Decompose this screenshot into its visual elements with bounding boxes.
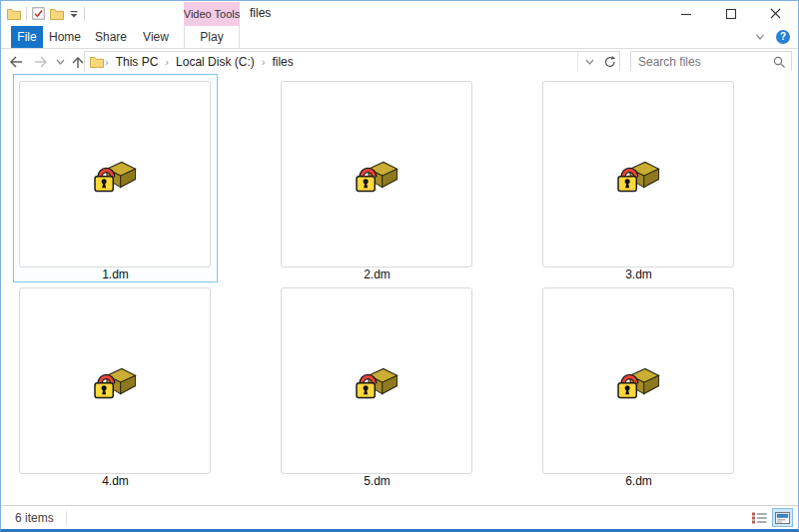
toolbar-separator [84,7,85,21]
file-thumbnail [281,287,472,474]
history-chevron-icon[interactable] [53,53,67,71]
address-row: › This PC › Local Disk (C:) › files [1,51,798,73]
file-tile[interactable]: 1.dm [13,74,218,282]
file-name: 6.dm [537,474,740,489]
explorer-folder-icon [7,8,21,20]
file-name: 4.dm [14,474,217,489]
quick-access-toolbar [7,1,85,26]
drm-lock-file-icon [614,155,662,195]
file-tile[interactable]: 6.dm [536,280,741,489]
file-thumbnail [542,287,734,474]
new-folder-icon[interactable] [50,8,64,20]
properties-check-icon[interactable] [32,7,45,20]
file-thumbnail [281,81,472,267]
search-box [630,51,792,72]
drm-lock-file-icon [614,361,662,401]
help-icon[interactable]: ? [776,30,790,44]
drm-lock-file-icon [91,155,139,195]
customize-caret-icon[interactable] [69,9,79,19]
minimize-button[interactable] [663,1,708,26]
search-input[interactable] [631,52,791,71]
close-button[interactable] [753,1,798,26]
tab-home[interactable]: Home [45,26,85,48]
address-bar[interactable]: › This PC › Local Disk (C:) › files [84,51,601,72]
drm-lock-file-icon [91,361,139,401]
tab-file[interactable]: File [11,26,43,48]
file-list-area: 1.dm 2.dm 3.dm 4.dm 5.dm [1,71,798,502]
search-icon[interactable] [772,55,786,69]
details-view-icon [752,512,767,524]
drm-lock-file-icon [353,361,400,401]
tab-play[interactable]: Play [200,30,223,44]
address-folder-icon [85,56,104,68]
status-separator [66,511,67,525]
item-count: 6 items [15,511,54,525]
back-arrow-icon[interactable] [7,53,25,71]
file-tile[interactable]: 4.dm [13,280,218,489]
thumbnail-view-button[interactable] [772,508,793,527]
status-bar: 6 items [1,505,798,529]
toolbar-separator [26,7,27,21]
close-icon [769,7,782,20]
file-tile[interactable]: 2.dm [275,74,479,282]
refresh-button[interactable] [600,51,620,72]
file-thumbnail [19,287,211,474]
breadcrumb-files[interactable]: files [266,55,299,69]
maximize-button[interactable] [708,1,753,26]
tab-share[interactable]: Share [91,26,131,48]
maximize-icon [725,8,737,20]
breadcrumb-local-disk[interactable]: Local Disk (C:) [170,55,261,69]
file-tile[interactable]: 5.dm [275,280,479,489]
tab-view[interactable]: View [137,26,175,48]
ribbon-collapse-icon[interactable] [754,32,766,42]
refresh-icon [603,55,616,68]
ribbon-tab-row: File Home Share View Play ? [1,26,798,49]
file-thumbnail [542,81,734,267]
details-view-button[interactable] [749,508,770,527]
file-thumbnail [19,81,211,267]
contextual-tab-header: Video Tools [184,2,240,26]
window-title: files [250,1,271,26]
window-controls [663,1,798,26]
address-chevron-icon[interactable] [577,52,600,71]
breadcrumb-this-pc[interactable]: This PC [110,55,165,69]
file-name: 5.dm [276,474,478,489]
forward-arrow-icon[interactable] [32,53,50,71]
file-tile[interactable]: 3.dm [536,74,741,282]
contextual-tab-group: Play [184,26,240,48]
explorer-window: Video Tools files File Home Share View P… [0,0,799,532]
drm-lock-file-icon [353,155,400,195]
minimize-icon [680,8,692,20]
thumbnail-view-icon [775,512,790,524]
title-bar: Video Tools files [1,1,798,26]
